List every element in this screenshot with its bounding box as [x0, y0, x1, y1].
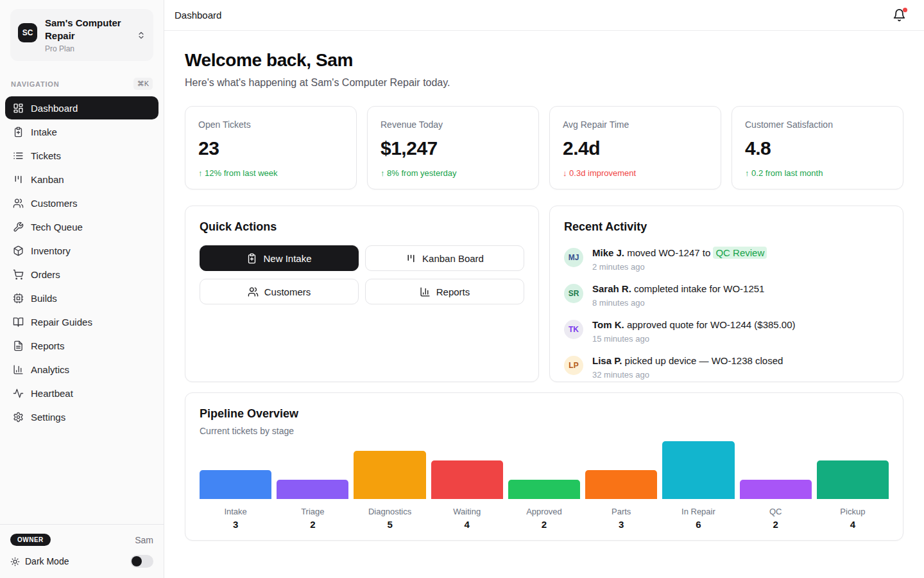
sidebar-footer: OWNER Sam Dark Mode [0, 524, 164, 578]
bar-count: 2 [508, 519, 580, 530]
bar-label: Pickup [817, 507, 889, 516]
clipboard-plus-icon [246, 253, 257, 264]
stat-value: 2.4d [563, 137, 708, 159]
new-intake-button[interactable]: New Intake [200, 245, 359, 271]
stat-value: $1,247 [381, 137, 526, 159]
chevrons-up-down-icon [137, 31, 146, 40]
topbar: Dashboard [164, 0, 924, 31]
sidebar: SC Sam's Computer Repair Pro Plan NAVIGA… [0, 0, 164, 578]
chart-column-diagnostics: Diagnostics5 [354, 441, 425, 530]
stat-card-customer-satisfaction: Customer Satisfaction4.8↑ 0.2 from last … [732, 106, 903, 189]
main-area: Dashboard Welcome back, Sam Here's what'… [164, 0, 924, 578]
sidebar-item-tickets[interactable]: Tickets [5, 144, 158, 167]
bar-label: Triage [277, 507, 348, 516]
activity-time: 32 minutes ago [592, 370, 783, 380]
sidebar-item-intake[interactable]: Intake [5, 120, 158, 143]
sidebar-item-dashboard[interactable]: Dashboard [5, 96, 158, 119]
role-badge: OWNER [10, 534, 51, 546]
gear-icon [13, 412, 24, 423]
chart-column-intake: Intake3 [200, 441, 271, 530]
bar-count: 4 [431, 519, 503, 530]
sidebar-item-reports[interactable]: Reports [5, 334, 158, 357]
stat-label: Open Tickets [198, 119, 343, 130]
bar-parts [585, 470, 657, 499]
bar-triage [277, 480, 348, 499]
stats-row: Open Tickets23↑ 12% from last weekRevenu… [185, 106, 903, 189]
cart-icon [13, 269, 24, 280]
cpu-icon [13, 293, 24, 304]
bar-count: 6 [662, 519, 734, 530]
page-subtitle: Here's what's happening at Sam's Compute… [185, 77, 903, 89]
sidebar-item-builds[interactable]: Builds [5, 286, 158, 310]
activity-time: 8 minutes ago [592, 298, 764, 308]
sidebar-item-label: Intake [31, 127, 57, 137]
stat-label: Customer Satisfaction [745, 119, 890, 130]
pipeline-title: Pipeline Overview [200, 407, 889, 421]
wrench-icon [13, 222, 24, 232]
bar-diagnostics [354, 451, 425, 499]
bar-label: In Repair [662, 507, 734, 516]
activity-user: Mike J. [592, 247, 624, 258]
org-avatar: SC [18, 23, 37, 42]
kanban-board-button[interactable]: Kanban Board [365, 245, 524, 271]
avatar: SR [564, 284, 583, 303]
quick-action-label: Reports [436, 286, 470, 297]
sidebar-item-repair-guides[interactable]: Repair Guides [5, 310, 158, 333]
stat-label: Revenue Today [381, 119, 526, 130]
stat-value: 23 [198, 137, 343, 159]
sidebar-item-settings[interactable]: Settings [5, 405, 158, 428]
kanban-icon [406, 253, 416, 264]
stat-value: 4.8 [745, 137, 890, 159]
book-open-icon [13, 317, 24, 328]
stat-card-avg-repair-time: Avg Repair Time2.4d↓ 0.3d improvement [549, 106, 721, 189]
sidebar-item-customers[interactable]: Customers [5, 191, 158, 215]
reports-button[interactable]: Reports [365, 279, 524, 304]
users-icon [13, 198, 24, 209]
dark-mode-toggle[interactable] [130, 555, 153, 568]
chart-column-waiting: Waiting4 [431, 441, 503, 530]
chart-column-in-repair: In Repair6 [662, 441, 734, 530]
sidebar-item-analytics[interactable]: Analytics [5, 358, 158, 381]
file-text-icon [13, 340, 24, 351]
activity-item: TKTom K. approved quote for WO-1244 ($38… [564, 319, 889, 344]
recent-activity-panel: Recent Activity MJMike J. moved WO-1247 … [549, 206, 903, 382]
avatar: TK [564, 320, 583, 339]
avatar: MJ [564, 248, 583, 267]
sidebar-item-label: Tech Queue [31, 222, 83, 232]
bar-count: 3 [585, 519, 657, 530]
sidebar-item-orders[interactable]: Orders [5, 263, 158, 286]
chart-column-qc: QC2 [740, 441, 812, 530]
bar-count: 2 [277, 519, 348, 530]
sidebar-item-label: Orders [31, 269, 60, 280]
activity-text: Sarah R. completed intake for WO-1251 [592, 283, 764, 295]
sidebar-item-label: Settings [31, 412, 65, 423]
activity-user: Tom K. [592, 319, 624, 330]
bar-qc [740, 480, 812, 499]
chart-column-pickup: Pickup4 [817, 441, 889, 530]
sidebar-item-inventory[interactable]: Inventory [5, 239, 158, 262]
activity-item: LPLisa P. picked up device — WO-1238 clo… [564, 355, 889, 380]
page-title: Welcome back, Sam [185, 50, 903, 71]
stat-delta: ↑ 12% from last week [198, 168, 343, 178]
org-plan: Pro Plan [45, 44, 129, 53]
sidebar-item-label: Inventory [31, 245, 71, 256]
sidebar-item-tech-queue[interactable]: Tech Queue [5, 215, 158, 238]
clipboard-plus-icon [13, 127, 24, 137]
sidebar-item-heartbeat[interactable]: Heartbeat [5, 381, 158, 405]
notifications-bell-icon[interactable] [893, 8, 906, 22]
chart-column-parts: Parts3 [585, 441, 657, 530]
activity-list: MJMike J. moved WO-1247 to QC Review2 mi… [564, 247, 889, 380]
dark-mode-label: Dark Mode [25, 556, 69, 566]
bar-chart-icon [420, 286, 431, 297]
bar-count: 3 [200, 519, 271, 530]
org-switcher[interactable]: SC Sam's Computer Repair Pro Plan [10, 9, 153, 61]
sidebar-item-kanban[interactable]: Kanban [5, 168, 158, 191]
activity-item: SRSarah R. completed intake for WO-12518… [564, 283, 889, 308]
customers-button[interactable]: Customers [200, 279, 359, 304]
kanban-icon [13, 174, 24, 185]
pipeline-chart: Intake3Triage2Diagnostics5Waiting4Approv… [200, 441, 889, 530]
sun-icon [10, 557, 20, 566]
breadcrumb: Dashboard [175, 10, 221, 21]
recent-activity-title: Recent Activity [564, 220, 889, 234]
stat-label: Avg Repair Time [563, 119, 708, 130]
